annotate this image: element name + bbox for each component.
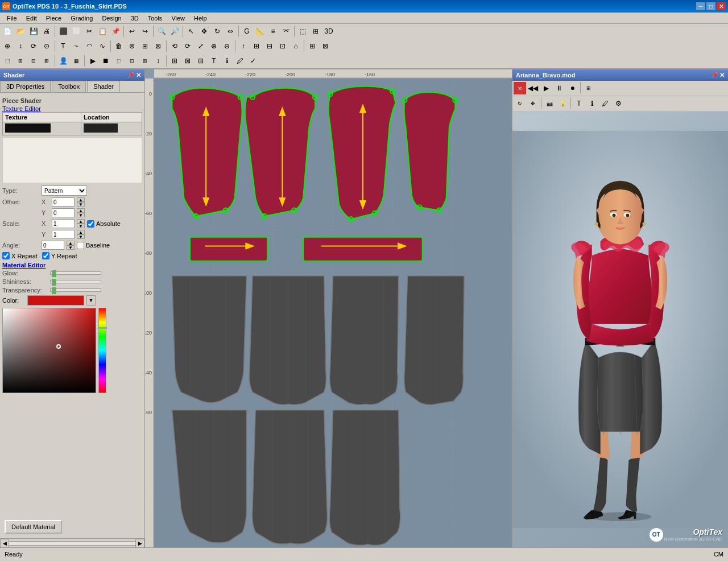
tool-r2-21[interactable]: ⊡ [276,40,289,52]
rotate-button[interactable]: ↻ [211,25,224,38]
color-picker[interactable] [2,308,96,393]
band-piece-1[interactable] [190,237,267,261]
tool-r3-8[interactable]: ⏹ [100,55,112,67]
model-tool-info[interactable]: ℹ [586,97,598,110]
zoom-out-button[interactable]: 🔎 [168,25,181,38]
model-tool-light[interactable]: 💡 [556,97,569,110]
model-close-icon[interactable]: ✕ [719,72,725,79]
tool-r3-19[interactable]: ✓ [247,55,259,67]
tool-r2-16[interactable]: ⊕ [208,40,220,52]
scroll-left-btn[interactable]: ◀ [0,539,9,548]
menu-tools[interactable]: Tools [143,14,167,23]
tool-r2-5[interactable]: T [57,40,69,52]
tool-r2-17[interactable]: ⊖ [221,40,233,52]
scale-x-input[interactable] [52,219,75,228]
scroll-right-btn[interactable]: ▶ [135,539,144,548]
tool-r3-16[interactable]: T [208,55,220,67]
menu-help[interactable]: Help [189,14,212,23]
glow-slider[interactable] [50,271,101,275]
angle-spinner[interactable]: ▲ ▼ [67,241,75,250]
menu-3d[interactable]: 3D [126,14,143,23]
tool-btn-4[interactable]: 📋 [96,25,109,38]
tool-r3-7[interactable]: ▶ [86,55,99,67]
skirt-piece-6[interactable] [253,410,328,544]
menu-piece[interactable]: Piece [42,14,67,23]
offset-x-down[interactable]: ▼ [77,202,85,207]
y-repeat-checkbox[interactable] [42,252,49,259]
tool-r2-19[interactable]: ⊞ [250,40,263,52]
lay-btn[interactable]: ⬚ [296,25,309,38]
texture-row[interactable] [3,122,142,135]
model-tool-pause[interactable]: ⏸ [553,82,565,94]
nest-btn[interactable]: ⊞ [309,25,322,38]
save-button[interactable]: 💾 [27,25,40,38]
move-button[interactable]: ✥ [198,25,210,38]
tool-r3-4[interactable]: ⊠ [40,55,53,67]
model-tool-record[interactable]: ⏺ [566,82,578,94]
tool-r2-24[interactable]: ⊠ [319,40,332,52]
tool-btn-1[interactable]: ⬛ [57,25,69,38]
menu-grading[interactable]: Grading [66,14,97,23]
redo-button[interactable]: ↪ [139,25,151,38]
model-tool-cam[interactable]: 📷 [543,97,556,110]
tool-r3-15[interactable]: ⊟ [195,55,207,67]
offset-y-input[interactable] [52,208,75,217]
tool-r3-6[interactable]: ▦ [70,55,82,67]
model-tool-stop[interactable]: ✕ [514,82,526,94]
skirt-piece-2[interactable] [249,276,326,405]
tool-r2-2[interactable]: ↕ [14,40,27,52]
measure-btn[interactable]: 📐 [254,25,266,38]
shader-pin-icon[interactable]: 📌 [127,72,134,79]
color-swatch[interactable] [27,295,84,306]
scale-y-spinner[interactable]: ▲ ▼ [77,230,85,239]
tab-shader[interactable]: Shader [87,81,119,92]
zoom-in-button[interactable]: 🔍 [155,25,168,38]
color-dropdown-btn[interactable]: ▼ [86,295,96,306]
model-tool-rot[interactable]: ↻ [514,97,526,110]
tool-r2-4[interactable]: ⊙ [40,40,53,52]
tool-r2-15[interactable]: ⤢ [195,40,207,52]
offset-y-down[interactable]: ▼ [77,213,85,217]
tool-btn-3[interactable]: ✂ [83,25,96,38]
material-editor-link[interactable]: Material Editor [2,262,142,269]
tool-r3-17[interactable]: ℹ [221,55,233,67]
tool-r3-3[interactable]: ⊟ [27,55,40,67]
tool-r2-23[interactable]: ⊞ [306,40,318,52]
shininess-thumb[interactable] [52,279,56,286]
transparency-thumb[interactable] [52,287,56,294]
tool-r2-7[interactable]: ◠ [83,40,96,52]
tool-r2-1[interactable]: ⊕ [1,40,14,52]
tool-r2-22[interactable]: ⌂ [289,40,302,52]
menu-view[interactable]: View [167,14,189,23]
tool-r2-8[interactable]: ∿ [96,40,109,52]
minimize-button[interactable]: ─ [696,2,705,10]
skirt-piece-4[interactable] [404,276,465,405]
shader-close-icon[interactable]: ✕ [136,72,141,79]
new-button[interactable]: 📄 [1,25,14,38]
model-tool-extra[interactable]: ⚙ [612,97,624,110]
offset-x-spinner[interactable]: ▲ ▼ [77,197,85,207]
skirt-piece-1[interactable] [172,276,246,403]
bodice-piece-3[interactable] [329,86,396,220]
scale-y-input[interactable] [52,230,75,239]
tool-r2-18[interactable]: ↑ [237,40,250,52]
tool-r3-13[interactable]: ⊞ [168,55,181,67]
offset-x-input[interactable] [52,197,75,207]
location-preview[interactable] [84,123,118,133]
scale-x-down[interactable]: ▼ [77,224,85,228]
undo-button[interactable]: ↩ [126,25,138,38]
absolute-checkbox[interactable] [87,220,94,228]
menu-file[interactable]: File [2,14,22,23]
tool-r3-10[interactable]: ⊡ [126,55,138,67]
model-tool-draw[interactable]: 🖊 [599,97,611,110]
scale-x-spinner[interactable]: ▲ ▼ [77,219,85,228]
tool-r2-10[interactable]: ⊗ [126,40,138,52]
pattern-canvas[interactable] [154,79,512,547]
hue-bar[interactable] [98,308,106,393]
mirror-button[interactable]: ⇔ [224,25,237,38]
tool-btn-2[interactable]: ⬜ [70,25,82,38]
bodice-piece-4[interactable] [404,92,456,211]
band-piece-2[interactable] [303,237,423,261]
model-tool-ruler[interactable]: T [573,97,585,110]
grading-btn[interactable]: G [241,25,253,38]
